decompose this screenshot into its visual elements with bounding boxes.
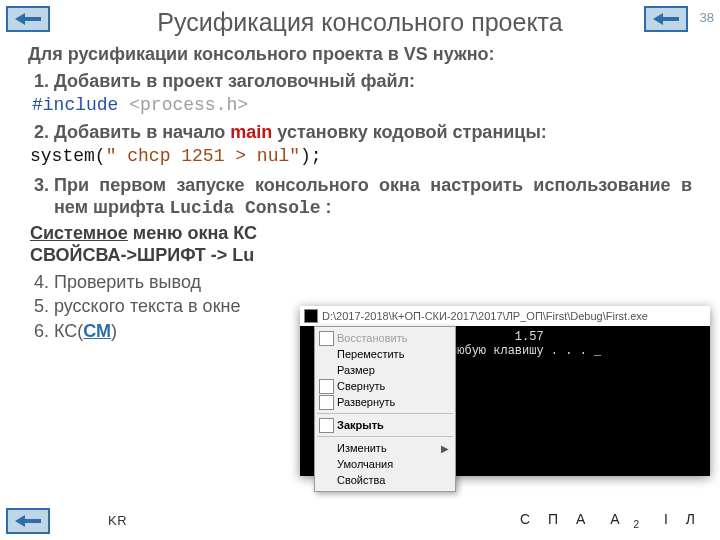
- menu-defaults[interactable]: Умолчания: [315, 456, 455, 472]
- menu-size[interactable]: Размер: [315, 362, 455, 378]
- minimize-icon: [319, 379, 334, 394]
- page-number: 38: [700, 10, 714, 25]
- chcp-string: " chcp 1251 > nul": [106, 146, 300, 166]
- step-2: Добавить в начало main установку кодовой…: [54, 121, 692, 144]
- menu-maximize[interactable]: Развернуть: [315, 394, 455, 410]
- step-4: Проверить вывод: [54, 271, 692, 294]
- main-keyword: main: [230, 122, 272, 142]
- system-menu: Восстановить Переместить Размер Свернуть…: [314, 326, 456, 492]
- footer-letters: С П А А2 I Л: [513, 511, 702, 530]
- restore-icon: [319, 331, 334, 346]
- arrow-left-icon: [653, 13, 679, 25]
- menu-separator: [317, 436, 453, 437]
- menu-minimize[interactable]: Свернуть: [315, 378, 455, 394]
- console-screenshot: D:\2017-2018\К+ОП-СКИ-2017\2017\ЛР_ОП\Fi…: [300, 306, 710, 476]
- svg-marker-2: [15, 515, 41, 527]
- font-name: Lucida Console: [169, 198, 320, 218]
- svg-marker-1: [653, 13, 679, 25]
- menu-separator: [317, 413, 453, 414]
- steps-list: Добавить в проект заголовочный файл:: [28, 70, 692, 93]
- lead-text: Для русификации консольного проекта в VS…: [28, 43, 692, 66]
- step-1: Добавить в проект заголовочный файл:: [54, 70, 692, 93]
- nav-prev-top-right-button[interactable]: [644, 6, 688, 32]
- console-title-path: D:\2017-2018\К+ОП-СКИ-2017\2017\ЛР_ОП\Fi…: [322, 310, 648, 322]
- arrow-left-icon: [15, 515, 41, 527]
- submenu-arrow-icon: ▶: [441, 443, 449, 454]
- cm-link[interactable]: СМ: [83, 321, 111, 341]
- slide-title: Русификация консольного проекта: [28, 8, 692, 37]
- include-keyword: #include: [32, 95, 118, 115]
- kr-label: KR: [108, 513, 127, 528]
- maximize-icon: [319, 395, 334, 410]
- nav-prev-top-button[interactable]: [6, 6, 50, 32]
- menu-close[interactable]: Закрыть: [315, 417, 455, 433]
- svg-marker-0: [15, 13, 41, 25]
- menu-restore[interactable]: Восстановить: [315, 330, 455, 346]
- code-system-call: system(" chcp 1251 > nul");: [30, 145, 692, 168]
- include-header: <process.h>: [129, 95, 248, 115]
- menu-path-line: Системное меню окна КС СВОЙСВА->ШРИФТ ->…: [30, 222, 692, 267]
- arrow-left-icon: [15, 13, 41, 25]
- menu-move[interactable]: Переместить: [315, 346, 455, 362]
- console-app-icon: [304, 309, 318, 323]
- menu-properties[interactable]: Свойства: [315, 472, 455, 488]
- close-icon: [319, 418, 334, 433]
- nav-prev-bottom-button[interactable]: [6, 508, 50, 534]
- menu-edit[interactable]: Изменить▶: [315, 440, 455, 456]
- step-3: При первом запуске консольного окна наст…: [54, 174, 692, 220]
- console-titlebar: D:\2017-2018\К+ОП-СКИ-2017\2017\ЛР_ОП\Fi…: [300, 306, 710, 327]
- code-include: #include <process.h>: [32, 94, 692, 117]
